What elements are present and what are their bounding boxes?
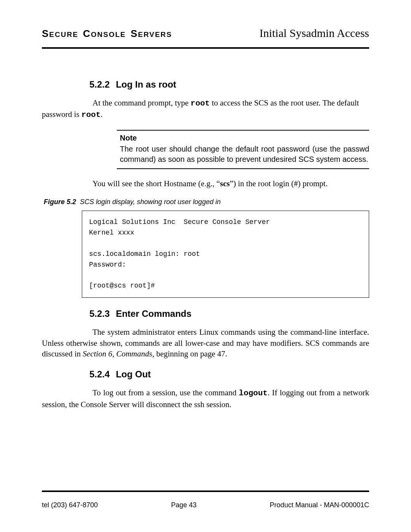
p522-a: At the command prompt, type: [92, 98, 191, 107]
para-523: The system administrator enters Linux co…: [42, 327, 369, 359]
body: 5.2.2Log In as root At the command promp…: [42, 49, 369, 410]
heading-522: 5.2.2Log In as root: [89, 79, 369, 90]
figure-caption: Figure 5.2 SCS login display, showing ro…: [44, 198, 369, 206]
hl-w3-cap: S: [131, 28, 138, 39]
p522-c: .: [100, 110, 102, 119]
heading-524-num: 5.2.4: [89, 369, 110, 379]
heading-524: 5.2.4Log Out: [89, 369, 369, 380]
note-body: The root user should change the default …: [120, 144, 369, 165]
para-hostname: You will see the short Hostname (e.g., “…: [82, 178, 369, 189]
p523-italic: Section 6, Commands,: [83, 349, 154, 358]
heading-524-title: Log Out: [116, 369, 151, 379]
host-bold: scs: [220, 179, 230, 188]
hl-w3: ervers: [138, 30, 172, 38]
host-a: You will see the short Hostname (e.g., “: [92, 179, 220, 188]
hl-w2: onsole: [91, 30, 126, 38]
footer-right: Product Manual - MAN-000001C: [270, 501, 369, 509]
header-left: Secure Console Servers: [42, 28, 172, 40]
para-524: To log out from a session, use the comma…: [42, 387, 369, 410]
footer-left: tel (203) 647-8700: [42, 501, 98, 509]
heading-523-num: 5.2.3: [89, 308, 110, 319]
p522-code2: root: [81, 110, 100, 119]
hl-w1-cap: S: [42, 28, 49, 39]
hl-w1: ecure: [49, 30, 78, 38]
footer-rule: [42, 490, 369, 492]
heading-522-title: Log In as root: [116, 79, 176, 89]
heading-522-num: 5.2.2: [89, 79, 110, 89]
note-title: Note: [120, 134, 369, 142]
footer-center: Page 43: [171, 501, 196, 509]
heading-523-title: Enter Commands: [116, 308, 191, 319]
heading-523: 5.2.3Enter Commands: [89, 308, 369, 319]
para-522: At the command prompt, type root to acce…: [42, 97, 369, 121]
header-right: Initial Sysadmin Access: [260, 27, 369, 40]
host-b: ”) in the root login (#) prompt.: [230, 179, 328, 188]
page: Secure Console Servers Initial Sysadmin …: [0, 0, 411, 532]
p523-b: beginning on page 47.: [154, 349, 227, 358]
figure-text: SCS login display, showing root user log…: [80, 198, 221, 206]
figure-label: Figure 5.2: [44, 198, 76, 206]
p522-code1: root: [191, 99, 210, 108]
hl-w2-cap: C: [83, 28, 91, 39]
note-block: Note The root user should change the def…: [117, 130, 369, 169]
footer-line: tel (203) 647-8700 Page 43 Product Manua…: [42, 501, 369, 509]
page-footer: tel (203) 647-8700 Page 43 Product Manua…: [42, 490, 369, 509]
p524-code: logout: [239, 389, 268, 398]
p524-a: To log out from a session, use the comma…: [92, 388, 239, 397]
console-output: Logical Solutions Inc Secure Console Ser…: [82, 211, 369, 298]
page-header: Secure Console Servers Initial Sysadmin …: [42, 27, 369, 49]
